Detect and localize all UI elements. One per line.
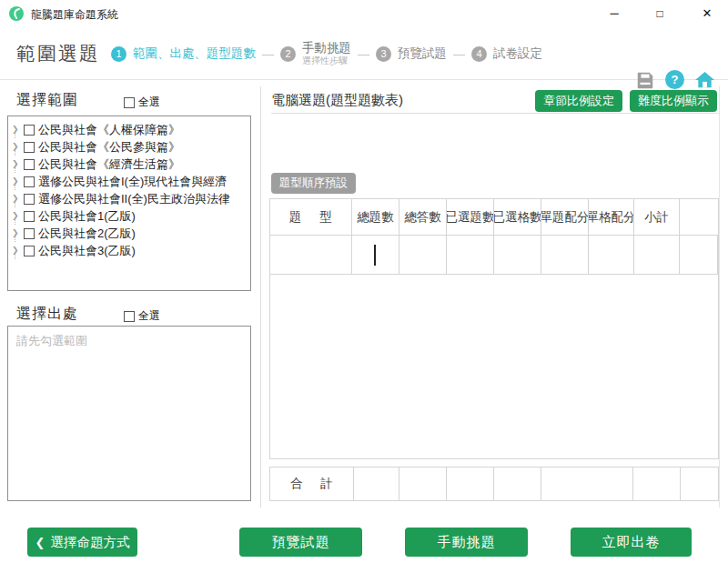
cell-points-per-blank[interactable] [589, 236, 634, 274]
step-1-label[interactable]: 範圍、出處、題型題數 [133, 45, 256, 62]
generate-paper-button[interactable]: 立即出卷 [571, 528, 692, 557]
range-section-title: 選擇範圍 [16, 91, 78, 110]
tree-item[interactable]: ❯ 公民與社會《人權保障篇》 [8, 121, 250, 138]
table-data-row [270, 236, 718, 275]
range-tree: ❯ 公民與社會《人權保障篇》 ❯ 公民與社會《公民參與篇》 ❯ 公民與社會《經濟… [7, 116, 251, 291]
tree-item-checkbox[interactable] [24, 246, 35, 256]
col-points-per-blank: 單格配分 [589, 199, 634, 235]
save-icon[interactable] [635, 70, 655, 90]
home-icon[interactable] [694, 69, 715, 90]
expand-arrow-icon[interactable]: ❯ [12, 242, 23, 259]
difficulty-ratio-button[interactable]: 難度比例顯示 [630, 90, 717, 112]
total-cell [354, 467, 399, 500]
tree-item-label: 選修公民與社會I(全)現代社會與經濟 [38, 174, 227, 190]
total-cell [447, 467, 494, 500]
maximize-button[interactable]: □ [642, 0, 678, 27]
header-icons: ? [635, 69, 715, 90]
chevron-left-icon: ❮ [35, 536, 46, 549]
tree-item-checkbox[interactable] [24, 176, 35, 187]
tree-item[interactable]: ❯ 公民與社會3(乙版) [8, 242, 250, 259]
step-4-circle[interactable]: 4 [471, 46, 487, 62]
total-cell [541, 467, 633, 500]
source-select-all-checkbox[interactable] [124, 311, 135, 322]
expand-arrow-icon[interactable]: ❯ [12, 207, 23, 225]
step-2-label[interactable]: 手動挑題 選擇性步驟 [302, 41, 351, 65]
question-order-badge[interactable]: 題型順序預設 [271, 173, 356, 194]
cell-subtotal[interactable] [634, 236, 680, 274]
help-icon[interactable]: ? [665, 70, 684, 89]
tree-item-checkbox[interactable] [24, 194, 35, 205]
question-type-table: 題 型 總題數 總答數 已選題數 已選格數 單題配分 單格配分 小計 [269, 198, 719, 459]
cell-points-per-question[interactable] [541, 236, 589, 274]
tree-item-label: 選修公民與社會II(全)民主政治與法律 [38, 191, 230, 207]
total-cell [681, 467, 718, 500]
step-nav: 1 範圍、出處、題型題數 — 2 手動挑題 選擇性步驟 — 3 預覽試題 — 4… [111, 27, 542, 80]
right-edge-divider [719, 86, 720, 508]
cell-total-questions[interactable] [352, 236, 399, 274]
page-header: 範圍選題 1 範圍、出處、題型題數 — 2 手動挑題 選擇性步驟 — 3 預覽試… [0, 27, 728, 80]
preview-questions-button[interactable]: 預覽試題 [239, 528, 362, 557]
right-panel-divider [271, 113, 719, 114]
step-dash: — [453, 47, 465, 61]
app-window: 龍騰題庫命題系統 ─ □ ✕ 範圍選題 1 範圍、出處、題型題數 — 2 手動挑… [0, 0, 728, 563]
range-select-all[interactable]: 全選 [124, 95, 160, 110]
step-dash: — [262, 47, 274, 61]
cell-question-type[interactable] [270, 236, 352, 274]
tree-item-label: 公民與社會《人權保障篇》 [38, 122, 180, 138]
source-select-all[interactable]: 全選 [124, 308, 160, 324]
expand-arrow-icon[interactable]: ❯ [12, 190, 23, 207]
tree-item[interactable]: ❯ 選修公民與社會II(全)民主政治與法律 [8, 190, 250, 207]
computer-select-title: 電腦選題(題型題數表) [271, 92, 403, 109]
step-3-circle[interactable]: 3 [376, 46, 391, 62]
col-selected-questions: 已選題數 [447, 199, 494, 235]
source-select-all-label: 全選 [138, 308, 160, 324]
back-to-method-button[interactable]: ❮ 選擇命題方式 [27, 528, 137, 557]
source-placeholder: 請先勾選範圍 [16, 334, 87, 347]
step-1-circle[interactable]: 1 [111, 46, 126, 62]
tree-item-label: 公民與社會2(乙版) [38, 226, 136, 242]
text-caret [374, 245, 376, 266]
step-4-label[interactable]: 試卷設定 [493, 45, 542, 62]
tree-item-label: 公民與社會《經濟生活篇》 [38, 156, 180, 173]
expand-arrow-icon[interactable]: ❯ [12, 225, 23, 242]
col-total-answers: 總答數 [399, 199, 447, 235]
window-title: 龍騰題庫命題系統 [31, 7, 118, 23]
page-title: 範圍選題 [16, 41, 100, 66]
total-cell [494, 467, 541, 500]
tree-item[interactable]: ❯ 公民與社會2(乙版) [8, 225, 250, 242]
range-select-all-checkbox[interactable] [124, 97, 135, 108]
cell-selected-questions[interactable] [447, 236, 494, 274]
tree-item-checkbox[interactable] [24, 159, 35, 170]
close-button[interactable]: ✕ [689, 0, 725, 27]
app-logo-icon [9, 6, 24, 21]
source-list: 請先勾選範圍 [7, 326, 251, 501]
tree-item-checkbox[interactable] [24, 142, 35, 153]
minimize-button[interactable]: ─ [596, 0, 632, 27]
tree-item-label: 公民與社會《公民參與篇》 [38, 139, 180, 156]
cell-selected-blanks[interactable] [494, 236, 541, 274]
tree-item-checkbox[interactable] [24, 125, 35, 136]
step-2-circle[interactable]: 2 [280, 46, 296, 62]
manual-pick-button[interactable]: 手動挑題 [405, 528, 528, 557]
chapter-ratio-button[interactable]: 章節比例設定 [535, 90, 622, 112]
step-dash: — [358, 47, 369, 61]
expand-arrow-icon[interactable]: ❯ [12, 121, 23, 138]
range-select-all-label: 全選 [138, 95, 160, 110]
tree-item[interactable]: ❯ 公民與社會1(乙版) [8, 207, 250, 225]
tree-item[interactable]: ❯ 公民與社會《經濟生活篇》 [8, 156, 250, 173]
expand-arrow-icon[interactable]: ❯ [12, 138, 23, 156]
total-label: 合 計 [270, 467, 354, 500]
col-question-type: 題 型 [270, 199, 352, 235]
step-3-label[interactable]: 預覽試題 [398, 45, 447, 62]
tree-item-checkbox[interactable] [24, 211, 35, 222]
tree-item[interactable]: ❯ 公民與社會《公民參與篇》 [8, 138, 250, 156]
cell-total-answers[interactable] [399, 236, 447, 274]
expand-arrow-icon[interactable]: ❯ [12, 156, 23, 173]
expand-arrow-icon[interactable]: ❯ [12, 173, 23, 190]
tree-item[interactable]: ❯ 選修公民與社會I(全)現代社會與經濟 [8, 173, 250, 190]
titlebar: 龍騰題庫命題系統 ─ □ ✕ [0, 0, 728, 27]
tree-item-checkbox[interactable] [24, 228, 35, 239]
cell-extra[interactable] [680, 236, 718, 274]
tree-item-label: 公民與社會3(乙版) [38, 243, 136, 259]
col-points-per-question: 單題配分 [541, 199, 589, 235]
